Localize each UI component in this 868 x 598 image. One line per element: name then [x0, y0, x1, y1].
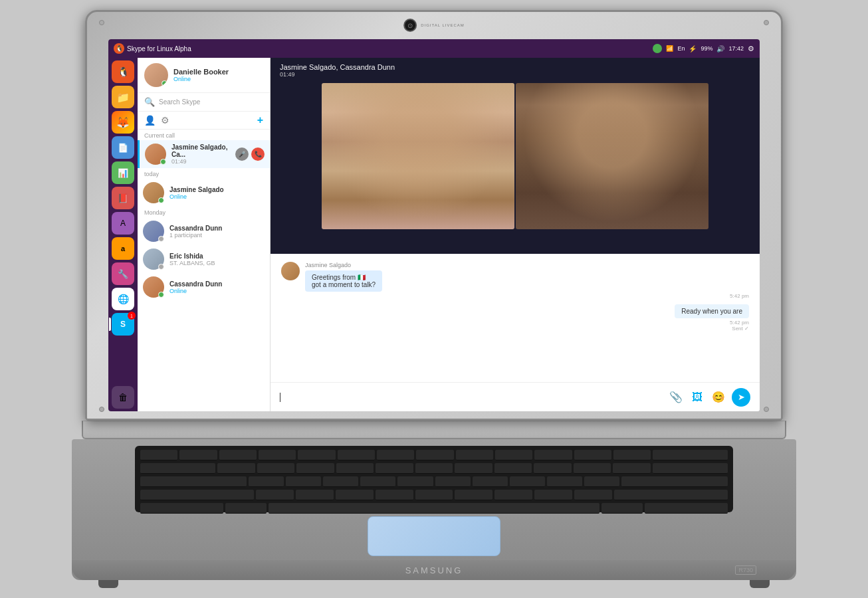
key[interactable] — [296, 490, 334, 500]
key-enter[interactable] — [653, 463, 728, 474]
key[interactable] — [613, 463, 651, 474]
key[interactable] — [495, 450, 532, 460]
key-row-3 — [140, 476, 728, 487]
key[interactable] — [455, 490, 492, 500]
contact-jasmine-salgado[interactable]: Jasmine Salgado Online — [138, 179, 270, 207]
key-space[interactable] — [269, 503, 599, 514]
key[interactable] — [259, 450, 296, 460]
key[interactable] — [455, 463, 492, 474]
key[interactable] — [456, 450, 493, 460]
key-enter2[interactable] — [621, 476, 728, 487]
video-feed-person2 — [516, 83, 708, 229]
sidebar-icon-amazon[interactable]: a — [112, 237, 134, 260]
today-label: today — [138, 168, 270, 179]
key[interactable] — [179, 450, 217, 460]
add-files-button[interactable]: 📎 — [668, 389, 684, 405]
contact-info-jasmine: Jasmine Salgado Online — [169, 186, 265, 200]
key[interactable] — [510, 476, 545, 487]
sidebar-icon-ubuntu[interactable]: 🐧 — [112, 60, 134, 83]
ubuntu-icon[interactable]: 🐧 — [114, 43, 124, 54]
key[interactable] — [336, 463, 374, 474]
key-ctrl-l[interactable] — [140, 503, 223, 514]
sidebar-icon-chrome[interactable]: 🌐 — [112, 288, 134, 310]
contact-avatar-jasmine — [143, 182, 164, 203]
add-image-button[interactable]: 🖼 — [689, 389, 705, 405]
key[interactable] — [323, 476, 358, 487]
sidebar-icon-docs[interactable]: 📄 — [112, 136, 134, 159]
key[interactable] — [256, 490, 294, 500]
key[interactable] — [376, 490, 413, 500]
key[interactable] — [534, 463, 572, 474]
send-button[interactable]: ➤ — [732, 388, 750, 407]
key[interactable] — [534, 490, 572, 500]
key[interactable] — [574, 490, 612, 500]
msg-line-1: Greetings from 🇮🇹 — [312, 274, 376, 281]
key[interactable] — [534, 450, 572, 460]
sidebar-icon-pdf[interactable]: 📕 — [112, 187, 134, 209]
key[interactable] — [360, 476, 395, 487]
key[interactable] — [574, 450, 611, 460]
key[interactable] — [376, 463, 413, 474]
contact-eric-ishida[interactable]: Eric Ishida ST. ALBANS, GB — [138, 245, 270, 273]
profile-info: Danielle Booker Online — [173, 68, 263, 82]
toolbar-settings-icon[interactable]: ⚙ — [161, 115, 169, 126]
key[interactable] — [574, 463, 611, 474]
sidebar-icon-skype[interactable]: S 1 — [112, 313, 134, 336]
sidebar-icon-text[interactable]: A — [112, 212, 134, 235]
laptop-foot-left — [98, 580, 118, 588]
key[interactable] — [249, 476, 284, 487]
mute-button[interactable]: 🎤 — [235, 148, 249, 161]
key[interactable] — [547, 476, 582, 487]
current-call-item[interactable]: Jasmine Salgado, Ca... 01:49 🎤 📞 — [138, 140, 270, 168]
sidebar-icon-trash[interactable]: 🗑 — [112, 386, 134, 409]
key[interactable] — [494, 490, 532, 500]
key[interactable] — [613, 450, 651, 460]
key[interactable] — [473, 476, 508, 487]
key[interactable] — [584, 476, 619, 487]
key-backspace[interactable] — [653, 450, 728, 460]
key-shift-r[interactable] — [614, 490, 728, 500]
contacts-icon[interactable]: 👤 — [144, 115, 156, 126]
sidebar-icon-spreadsheet[interactable]: 📊 — [112, 161, 134, 184]
key-tab[interactable] — [140, 463, 215, 474]
sidebar-icon-firefox[interactable]: 🦊 — [112, 111, 134, 134]
touchpad[interactable] — [368, 516, 500, 556]
skype-panel: Danielle Booker Online 🔍 Search Skype 👤 — [138, 58, 271, 411]
key[interactable] — [286, 476, 321, 487]
key[interactable] — [415, 490, 453, 500]
key[interactable] — [338, 450, 375, 460]
key[interactable] — [219, 450, 257, 460]
search-bar[interactable]: 🔍 Search Skype — [138, 93, 270, 112]
key[interactable] — [494, 463, 532, 474]
key[interactable] — [377, 450, 414, 460]
key-caps[interactable] — [140, 476, 247, 487]
key[interactable] — [217, 463, 255, 474]
key-alt-l[interactable] — [225, 503, 267, 514]
key[interactable] — [257, 463, 295, 474]
call-contact-info: Jasmine Salgado, Ca... 01:49 — [171, 144, 230, 165]
add-contact-button[interactable]: + — [257, 114, 263, 126]
key-shift-l[interactable] — [140, 490, 254, 500]
settings-icon[interactable]: ⚙ — [748, 45, 754, 53]
msg-avatar — [281, 262, 300, 280]
contact-cassandra-dunn-1[interactable]: Cassandra Dunn 1 participant — [138, 217, 270, 245]
contact-avatar-eric — [143, 249, 164, 270]
key-ctrl-r[interactable] — [645, 503, 728, 514]
msg-bubble-1: Greetings from 🇮🇹 got a moment to talk? — [305, 270, 382, 292]
key[interactable] — [298, 450, 335, 460]
emoji-button[interactable]: 😊 — [710, 389, 726, 405]
end-call-button[interactable]: 📞 — [251, 148, 265, 161]
key[interactable] — [415, 463, 453, 474]
key[interactable] — [336, 490, 374, 500]
sidebar-icon-settings[interactable]: 🔧 — [112, 262, 134, 285]
key-alt-r[interactable] — [601, 503, 643, 514]
search-input[interactable]: Search Skype — [159, 98, 263, 106]
key[interactable] — [296, 463, 334, 474]
key[interactable] — [397, 476, 433, 487]
key[interactable] — [435, 476, 471, 487]
contact-cassandra-dunn-2[interactable]: Cassandra Dunn Online — [138, 273, 270, 301]
user-avatar — [144, 63, 168, 87]
key[interactable] — [140, 450, 177, 460]
sidebar-icon-files[interactable]: 📁 — [112, 86, 134, 108]
key[interactable] — [416, 450, 453, 460]
